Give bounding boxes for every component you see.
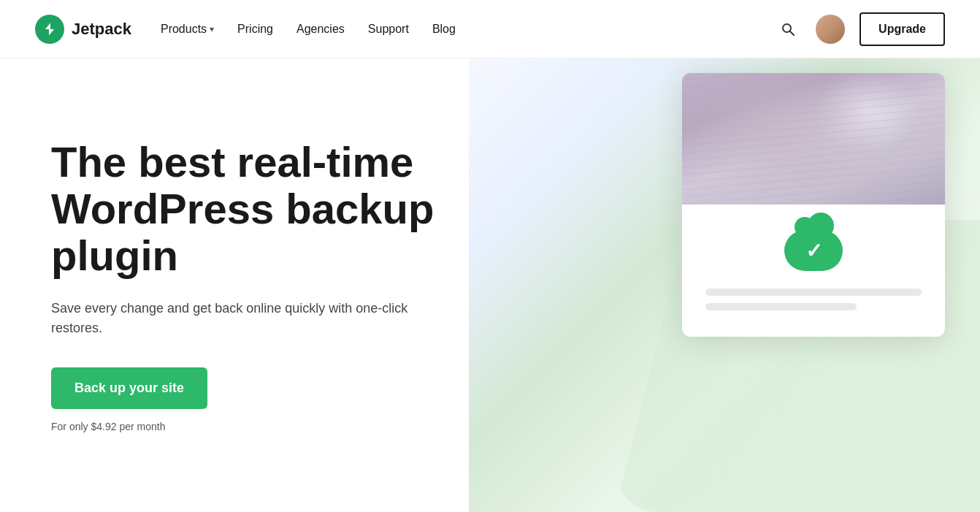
card-line-2	[705, 303, 857, 310]
products-link[interactable]: Products ▾	[161, 23, 214, 36]
card-line-1	[705, 289, 922, 296]
nav-item-blog[interactable]: Blog	[432, 23, 456, 36]
upgrade-button[interactable]: Upgrade	[860, 12, 945, 46]
logo-text: Jetpack	[72, 20, 131, 39]
search-button[interactable]	[775, 16, 801, 42]
nav-right: Upgrade	[775, 12, 945, 46]
hero-visual-card: ✓	[682, 73, 945, 337]
nav-item-products[interactable]: Products ▾	[161, 23, 214, 36]
chevron-down-icon: ▾	[210, 24, 214, 34]
hero-title-line1: The best real-time	[51, 138, 413, 186]
jetpack-logo-svg	[41, 20, 58, 38]
cta-button[interactable]: Back up your site	[51, 367, 207, 409]
hero-section: The best real-time WordPress backup plug…	[0, 58, 980, 512]
card-lines	[705, 289, 922, 310]
hero-subtitle: Save every change and get back online qu…	[51, 299, 416, 338]
price-note: For only $4.92 per month	[51, 421, 929, 432]
blog-link[interactable]: Blog	[432, 23, 456, 35]
support-link[interactable]: Support	[368, 23, 409, 35]
nav-links: Products ▾ Pricing Agencies Support Blog	[161, 23, 456, 36]
nav-item-agencies[interactable]: Agencies	[296, 23, 345, 36]
nav-item-pricing[interactable]: Pricing	[237, 23, 273, 36]
avatar[interactable]	[816, 15, 845, 44]
backup-card: ✓	[682, 73, 945, 337]
svg-line-1	[790, 31, 794, 35]
products-label: Products	[161, 23, 207, 36]
nav-left: Jetpack Products ▾ Pricing Agencies Supp…	[35, 15, 456, 44]
agencies-link[interactable]: Agencies	[296, 23, 345, 35]
avatar-image	[816, 15, 845, 44]
navbar: Jetpack Products ▾ Pricing Agencies Supp…	[0, 0, 980, 58]
card-body: ✓	[682, 205, 945, 337]
logo-icon	[35, 15, 64, 44]
hero-title-line2: WordPress backup plugin	[51, 185, 434, 279]
logo-link[interactable]: Jetpack	[35, 15, 131, 44]
card-image	[682, 73, 945, 205]
search-icon	[781, 22, 795, 37]
checkmark-icon: ✓	[805, 238, 822, 262]
check-cloud-icon: ✓	[784, 226, 843, 274]
nav-item-support[interactable]: Support	[368, 23, 409, 36]
hero-title: The best real-time WordPress backup plug…	[51, 139, 562, 278]
pricing-link[interactable]: Pricing	[237, 23, 273, 35]
